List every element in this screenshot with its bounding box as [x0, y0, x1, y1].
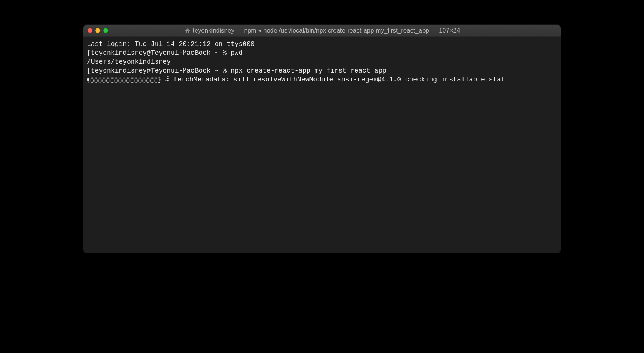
spinner-icon: ⠼ [165, 75, 169, 84]
npm-message: fetchMetadata: sill resolveWithNewModule… [169, 76, 505, 83]
progress-bracket-open: ⸨ [87, 76, 90, 83]
progress-bracket-close: ⸩ [158, 76, 165, 83]
progress-dots: ░░░░░░░░░░░░░░░░░ [90, 76, 158, 83]
bracket-open: [ [87, 67, 91, 74]
prompt-userhost: teyonkindisney@Teyonui-MacBook ~ % [91, 67, 231, 74]
terminal-body[interactable]: Last login: Tue Jul 14 20:21:12 on ttys0… [83, 37, 561, 87]
terminal-line-last-login: Last login: Tue Jul 14 20:21:12 on ttys0… [87, 40, 557, 48]
home-icon [184, 28, 190, 34]
window-title: teyonkindisney — npm ◂ node /usr/local/b… [193, 27, 460, 34]
prompt-command: npx create-react-app my_first_react_app [231, 67, 386, 74]
bracket-open: [ [87, 49, 91, 57]
window-title-container: teyonkindisney — npm ◂ node /usr/local/b… [88, 27, 556, 34]
terminal-line-prompt-1: [teyonkindisney@Teyonui-MacBook ~ % pwd [87, 48, 557, 57]
terminal-line-prompt-2: [teyonkindisney@Teyonui-MacBook ~ % npx … [87, 66, 557, 75]
titlebar[interactable]: teyonkindisney — npm ◂ node /usr/local/b… [83, 25, 561, 37]
terminal-line-npm-progress: ⸨░░░░░░░░░░░░░░░░░⸩ ⠼ fetchMetadata: sil… [87, 75, 557, 84]
terminal-line-pwd-output: /Users/teyonkindisney [87, 57, 557, 66]
prompt-userhost: teyonkindisney@Teyonui-MacBook ~ % [91, 49, 231, 57]
terminal-window: teyonkindisney — npm ◂ node /usr/local/b… [83, 25, 561, 253]
prompt-command: pwd [231, 49, 243, 57]
